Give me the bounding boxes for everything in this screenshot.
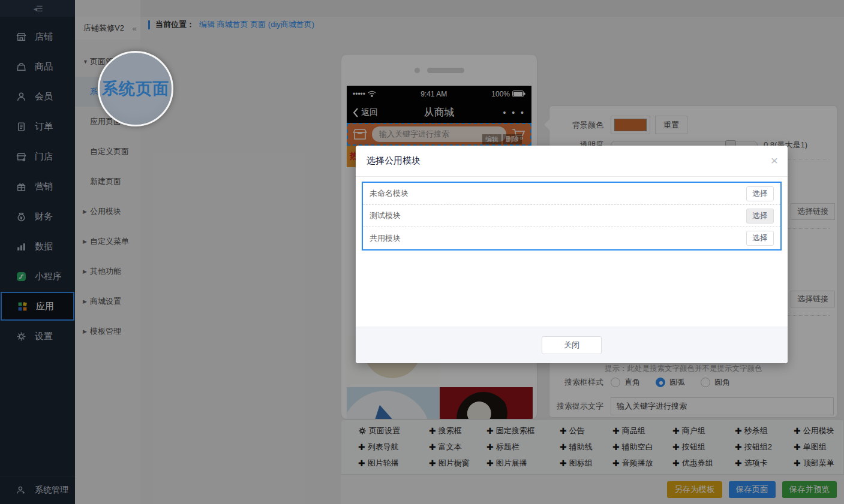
dialog-footer: 关闭 — [356, 327, 788, 363]
module-name: 测试模块 — [370, 210, 401, 221]
list-item: 共用模块 选择 — [363, 227, 780, 249]
dialog-close-button[interactable]: 关闭 — [542, 336, 602, 354]
module-list: 未命名模块 选择 测试模块 选择 共用模块 选择 — [362, 182, 782, 251]
select-button[interactable]: 选择 — [746, 209, 774, 224]
module-name: 共用模块 — [370, 233, 401, 244]
select-public-module-dialog: 选择公用模块 × 未命名模块 选择 测试模块 选择 共用模块 选择 关闭 — [356, 146, 788, 363]
list-item: 测试模块 选择 — [363, 205, 780, 227]
zoom-callout-text: 系统页面 — [102, 78, 169, 99]
dialog-title: 选择公用模块 — [367, 155, 421, 167]
zoom-callout: 系统页面 — [98, 51, 173, 126]
select-button[interactable]: 选择 — [746, 186, 774, 201]
module-name: 未命名模块 — [370, 188, 409, 199]
close-icon[interactable]: × — [771, 154, 778, 167]
list-item: 未命名模块 选择 — [363, 183, 780, 205]
dialog-header: 选择公用模块 × — [356, 146, 788, 177]
select-button[interactable]: 选择 — [746, 231, 774, 246]
